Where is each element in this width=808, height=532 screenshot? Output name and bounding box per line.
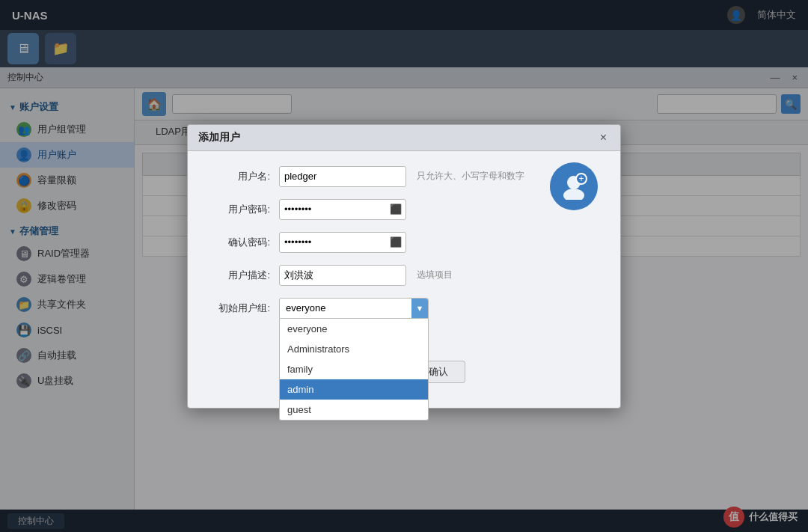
- dropdown-item-administrators[interactable]: Administrators: [280, 339, 428, 359]
- modal-body: + 用户名: 只允许大、小写字母和数字 用户密码: ⬛ 确认密码:: [188, 151, 620, 346]
- avatar: +: [550, 162, 598, 210]
- form-row-group: 初始用户组: everyone ▼ everyone Administrator…: [210, 298, 598, 319]
- confirm-eye-icon[interactable]: ⬛: [390, 236, 402, 248]
- form-row-username: 用户名: 只允许大、小写字母和数字: [210, 166, 598, 187]
- group-select-display[interactable]: everyone ▼: [279, 298, 429, 319]
- confirm-wrapper: ⬛: [279, 232, 406, 253]
- dropdown-item-guest[interactable]: guest: [280, 400, 428, 420]
- password-input[interactable]: [279, 199, 406, 220]
- modal-header: 添加用户 ×: [188, 125, 620, 151]
- confirm-label: 确认密码:: [210, 236, 270, 249]
- dropdown-item-everyone[interactable]: everyone: [280, 319, 428, 339]
- desc-input[interactable]: [279, 265, 406, 286]
- modal-title: 添加用户: [198, 131, 240, 144]
- form-row-password: 用户密码: ⬛: [210, 199, 598, 220]
- modal-overlay: 添加用户 × + 用户名: 只允许大、小写字母和数字: [0, 0, 808, 532]
- confirm-input[interactable]: [279, 232, 406, 253]
- password-label: 用户密码:: [210, 203, 270, 216]
- svg-point-1: [563, 189, 584, 200]
- group-select-wrapper: everyone ▼ everyone Administrators famil…: [279, 298, 429, 319]
- dropdown-item-family[interactable]: family: [280, 359, 428, 379]
- username-label: 用户名:: [210, 170, 270, 183]
- desc-hint: 选填项目: [417, 269, 453, 281]
- svg-text:+: +: [578, 174, 584, 184]
- form-row-desc: 用户描述: 选填项目: [210, 265, 598, 286]
- dropdown-item-admin[interactable]: admin: [280, 379, 428, 400]
- avatar-icon: +: [560, 173, 587, 200]
- avatar-area: +: [550, 162, 598, 210]
- modal-close-button[interactable]: ×: [597, 131, 610, 144]
- group-label: 初始用户组:: [210, 302, 270, 315]
- group-dropdown-list: everyone Administrators family admin gue…: [279, 319, 429, 421]
- password-wrapper: ⬛: [279, 199, 406, 220]
- username-input[interactable]: [279, 166, 406, 187]
- add-user-modal: 添加用户 × + 用户名: 只允许大、小写字母和数字: [187, 124, 621, 409]
- select-arrow-icon[interactable]: ▼: [411, 299, 428, 318]
- password-eye-icon[interactable]: ⬛: [390, 204, 402, 215]
- form-row-confirm: 确认密码: ⬛: [210, 232, 598, 253]
- group-selected-value: everyone: [286, 302, 325, 314]
- username-hint: 只允许大、小写字母和数字: [417, 170, 524, 183]
- desc-label: 用户描述:: [210, 269, 270, 282]
